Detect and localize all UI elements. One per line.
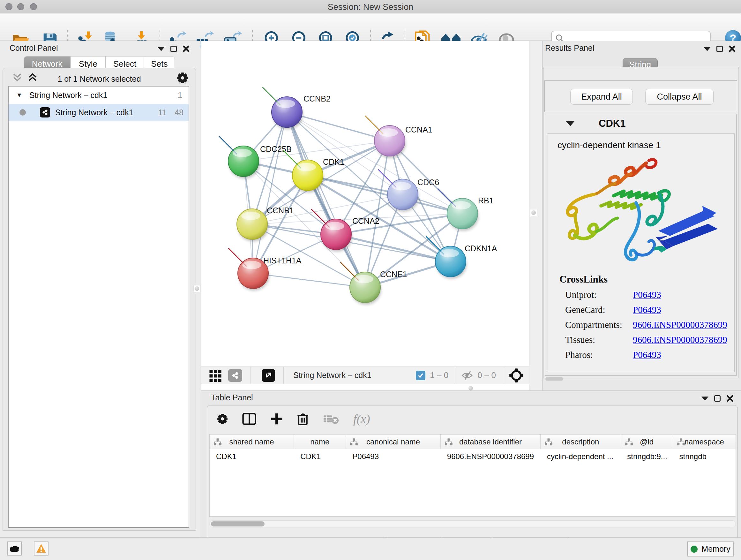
table-options-gear-icon[interactable] — [217, 413, 228, 425]
column-header-name[interactable]: name — [294, 435, 346, 449]
close-panel-icon[interactable] — [729, 45, 736, 52]
check-icon — [417, 372, 424, 379]
svg-text:CCNA2: CCNA2 — [352, 216, 380, 226]
cell-canonical-name[interactable]: P06493 — [346, 449, 441, 464]
svg-text:HIST1H1A: HIST1H1A — [263, 256, 301, 265]
network-collection-row[interactable]: ▼ String Network – cdk1 1 — [9, 86, 189, 104]
svg-text:CDC6: CDC6 — [417, 178, 439, 187]
node-count: 11 — [158, 108, 166, 117]
collapse-all-button[interactable]: Collapse All — [645, 89, 714, 105]
table-row[interactable]: CDK1 CDK1 P06493 9606.ENSP00000378699 cy… — [210, 449, 736, 464]
column-header-id[interactable]: @id — [621, 435, 673, 449]
table-header-row: shared name name canonical name — [210, 435, 736, 449]
cloud-status-button[interactable] — [7, 542, 22, 556]
svg-text:CDKN1A: CDKN1A — [465, 244, 497, 253]
crosslink-label: Compartments: — [565, 320, 633, 330]
left-splitter-handle[interactable] — [193, 285, 200, 292]
crosslink-row: Compartments: 9606.ENSP00000378699 — [565, 320, 734, 330]
results-panel: Results Panel String Expand All Collapse… — [542, 41, 741, 390]
table-hscrollbar[interactable] — [209, 520, 736, 527]
svg-text:CCNB1: CCNB1 — [267, 206, 294, 215]
warning-icon — [36, 544, 46, 553]
svg-text:CDK1: CDK1 — [323, 158, 344, 166]
control-panel-title: Control Panel — [10, 44, 58, 53]
memory-button[interactable]: Memory — [687, 542, 734, 557]
table-container: f(x) shared name name — [207, 405, 738, 538]
cell-shared-name[interactable]: CDK1 — [210, 449, 294, 464]
crosslink-row: GeneCard: P06493 — [565, 305, 734, 315]
panel-menu-caret-icon[interactable] — [704, 47, 711, 51]
cell-description[interactable]: cyclin-dependent ... — [541, 449, 621, 464]
delete-column-trash-icon[interactable] — [297, 412, 309, 426]
crosslink-label: GeneCard: — [565, 305, 633, 315]
svg-text:CCNA1: CCNA1 — [405, 125, 432, 134]
expand-collapse-box: Expand All Collapse All — [544, 80, 737, 112]
column-network-icon — [625, 438, 633, 446]
gene-expander-icon[interactable] — [566, 121, 575, 126]
network-canvas[interactable]: CCNB2CCNA1CDC25BCDK1CDC6RB1CCNB1CCNA2CDK… — [201, 41, 529, 367]
column-header-shared-name[interactable]: shared name — [210, 435, 294, 449]
network-options-gear-icon[interactable] — [177, 72, 189, 84]
collection-count: 1 — [178, 91, 182, 100]
status-bar: Memory — [0, 537, 741, 560]
hidden-count-badge: 0 – 0 — [477, 370, 496, 380]
column-network-icon — [544, 438, 553, 446]
right-splitter-handle[interactable] — [530, 209, 537, 216]
crosslink-value-link[interactable]: P06493 — [633, 350, 661, 360]
birds-eye-target-icon[interactable] — [509, 368, 524, 383]
gene-detail-box: cyclin-dependent kinase 1 — [548, 133, 735, 372]
results-hscrollbar-thumb[interactable] — [545, 377, 563, 381]
memory-status-dot-icon — [690, 546, 697, 553]
warnings-button[interactable] — [34, 542, 49, 556]
table-hscrollbar-thumb[interactable] — [211, 521, 265, 526]
svg-text:CCNE1: CCNE1 — [380, 270, 407, 279]
main-toolbar: ? — [0, 13, 741, 41]
float-panel-button[interactable] — [717, 46, 723, 52]
panel-menu-caret-icon[interactable] — [701, 396, 709, 401]
crosslink-value-link[interactable]: 9606.ENSP00000378699 — [633, 320, 727, 330]
float-panel-button[interactable] — [714, 395, 721, 401]
expand-all-button[interactable]: Expand All — [570, 89, 633, 105]
network-row[interactable]: String Network – cdk1 11 48 — [9, 104, 189, 121]
node-table[interactable]: shared name name canonical name — [209, 434, 736, 516]
selected-nodes-checkbox[interactable] — [416, 371, 425, 380]
column-header-namespace[interactable]: namespace — [673, 435, 736, 449]
close-panel-icon[interactable] — [183, 45, 190, 52]
network-share-view-button[interactable] — [228, 369, 242, 382]
show-columns-icon[interactable] — [242, 413, 256, 425]
network-type-icon — [40, 107, 50, 118]
network-label: String Network – cdk1 — [55, 108, 133, 117]
crosslink-row: Pharos: P06493 — [565, 350, 734, 360]
cell-name[interactable]: CDK1 — [294, 449, 346, 464]
window-title: Session: New Session — [0, 2, 741, 12]
cell-namespace[interactable]: stringdb — [673, 449, 736, 464]
crosslink-label: Pharos: — [565, 350, 633, 360]
grid-view-icon[interactable] — [208, 369, 222, 382]
column-header-description[interactable]: description — [541, 435, 621, 449]
cell-database-identifier[interactable]: 9606.ENSP00000378699 — [441, 449, 541, 464]
crosslink-value-link[interactable]: P06493 — [633, 305, 661, 315]
delete-table-icon[interactable] — [323, 413, 339, 425]
column-header-canonical-name[interactable]: canonical name — [346, 435, 441, 449]
crosslink-label: Uniprot: — [565, 290, 633, 300]
title-bar: Session: New Session — [0, 0, 741, 13]
panel-menu-caret-icon[interactable] — [158, 47, 165, 51]
add-column-icon[interactable] — [270, 413, 283, 425]
column-network-icon — [445, 438, 453, 446]
gene-section-header[interactable]: CDK1 — [545, 114, 736, 133]
cell-id[interactable]: stringdb:9... — [621, 449, 673, 464]
detach-view-button[interactable] — [262, 369, 275, 382]
float-panel-button[interactable] — [171, 46, 177, 52]
column-network-icon — [350, 438, 358, 446]
svg-text:RB1: RB1 — [478, 196, 494, 205]
network-selected-status: 1 of 1 Network selected — [3, 74, 196, 84]
bottom-splitter-handle[interactable] — [468, 386, 473, 390]
share-icon — [231, 372, 239, 379]
external-arrow-icon — [265, 372, 272, 379]
function-builder-button[interactable]: f(x) — [353, 412, 370, 426]
crosslink-value-link[interactable]: P06493 — [633, 290, 661, 300]
tree-expander-icon[interactable]: ▼ — [16, 91, 22, 99]
close-panel-icon[interactable] — [726, 395, 733, 402]
crosslink-value-link[interactable]: 9606.ENSP00000378699 — [633, 334, 727, 345]
column-header-database-identifier[interactable]: database identifier — [441, 435, 541, 449]
